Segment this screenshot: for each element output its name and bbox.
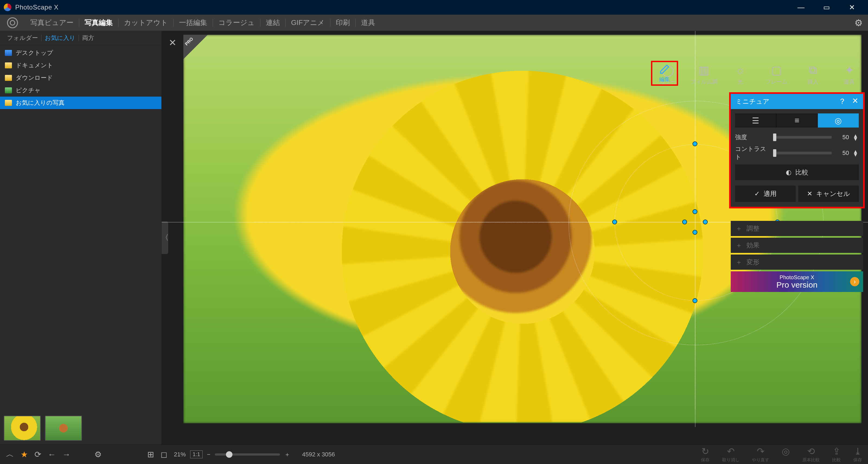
- fr-compare[interactable]: ⇪比較: [832, 446, 841, 463]
- panel-collapse-handle[interactable]: 〈: [162, 221, 168, 254]
- film-icon: ▥: [699, 63, 709, 76]
- main-menu: 写真ビュアー 写真編集 カットアウト 一括編集 コラージュ 連結 GIFアニメ …: [0, 14, 868, 31]
- settings-icon[interactable]: ⚙: [94, 450, 102, 459]
- rt-insert[interactable]: ⧉挿入: [799, 63, 827, 86]
- fr-redo[interactable]: ↷やり直す: [752, 446, 769, 463]
- tree-label: ピクチャ: [16, 86, 41, 94]
- left-panel: フォルダー お気に入り 両方 デスクトップ ドキュメント ダウンロード ピクチャ…: [0, 31, 162, 444]
- tree-node[interactable]: ドキュメント: [0, 59, 161, 72]
- square-icon[interactable]: ◻: [161, 450, 167, 459]
- tab-gif[interactable]: GIFアニメ: [286, 18, 330, 27]
- close-panel-icon[interactable]: ✕: [852, 96, 858, 106]
- help-icon[interactable]: ？: [838, 96, 846, 106]
- tools-icon: ✦: [845, 63, 854, 76]
- footer-right: ↻保存 ↶取り消し ↷やり直す ◎ ⟲原本比較 ⇪比較 ⤓保存: [701, 446, 862, 463]
- tree-node[interactable]: デスクトップ: [0, 47, 161, 59]
- seg-linear[interactable]: ☰: [735, 114, 776, 127]
- right-toolbar: 編集 ◯カラー ▥フィルム調 ☼光 ▢フレーム ⧉挿入 ✦道具: [650, 63, 864, 86]
- thumbnail[interactable]: [4, 416, 41, 441]
- window-minimize-button[interactable]: —: [796, 3, 806, 12]
- tab-batch[interactable]: 一括編集: [174, 18, 213, 27]
- tab-print[interactable]: 印刷: [330, 18, 355, 27]
- accordion-transform[interactable]: ＋変形: [731, 254, 863, 270]
- folder-icon: [5, 87, 12, 93]
- rt-tools[interactable]: ✦道具: [835, 63, 864, 86]
- accordion-adjust[interactable]: ＋調整: [731, 221, 863, 236]
- strength-value: 50: [835, 134, 849, 141]
- window-maximize-button[interactable]: ▭: [822, 3, 831, 12]
- fr-compare-original[interactable]: ⟲原本比較: [802, 446, 820, 463]
- fr-save[interactable]: ↻保存: [701, 446, 710, 463]
- window-controls: — ▭ ✕: [796, 3, 865, 12]
- contrast-stepper[interactable]: ▲▼: [852, 150, 859, 156]
- tree-node[interactable]: ダウンロード: [0, 72, 161, 84]
- seg-radial[interactable]: ◎: [818, 114, 859, 127]
- app-title: PhotoScape X: [15, 3, 58, 11]
- refresh-icon[interactable]: ⟳: [34, 450, 41, 459]
- tree-label: デスクトップ: [16, 49, 53, 57]
- one-to-one-button[interactable]: 1:1: [190, 451, 203, 458]
- star-icon[interactable]: ★: [21, 450, 28, 459]
- zoom-in-icon[interactable]: ＋: [284, 451, 290, 459]
- rt-light[interactable]: ☼光: [726, 63, 755, 86]
- strength-slider[interactable]: [774, 136, 832, 138]
- seg-strip[interactable]: ≡: [776, 114, 817, 127]
- tree-label: ドキュメント: [16, 61, 53, 69]
- tab-collage[interactable]: コラージュ: [213, 18, 260, 27]
- plus-icon: ＋: [736, 241, 742, 250]
- strength-label: 強度: [735, 133, 770, 142]
- download-icon: ⤓: [854, 446, 862, 457]
- tab-cutout[interactable]: カットアウト: [119, 18, 173, 27]
- fr-undo[interactable]: ↶取り消し: [722, 446, 739, 463]
- compare-original-icon: ⟲: [807, 446, 815, 457]
- cancel-button[interactable]: ✕キャンセル: [798, 186, 859, 202]
- tab-viewer[interactable]: 写真ビュアー: [25, 18, 79, 27]
- settings-gear-icon[interactable]: ⚙: [855, 18, 863, 28]
- home-icon[interactable]: [7, 18, 18, 28]
- tab-tools[interactable]: 道具: [355, 18, 380, 27]
- back-icon[interactable]: ←: [48, 450, 56, 459]
- app-logo-icon: [4, 3, 11, 11]
- edit-icon[interactable]: [659, 64, 670, 74]
- main-tabs: 写真ビュアー 写真編集 カットアウト 一括編集 コラージュ 連結 GIFアニメ …: [25, 18, 380, 27]
- tree-node-selected[interactable]: お気に入りの写真: [0, 97, 161, 109]
- chevron-up-icon[interactable]: ︿: [6, 449, 14, 460]
- compare-button[interactable]: ◐ 比較: [735, 164, 859, 180]
- body-area: フォルダー お気に入り 両方 デスクトップ ドキュメント ダウンロード ピクチャ…: [0, 31, 868, 444]
- panel-header: ミニチュア ？ ✕: [731, 94, 863, 109]
- rt-film[interactable]: ▥フィルム調: [689, 63, 718, 86]
- close-icon: ✕: [807, 190, 812, 197]
- left-tab-favorites[interactable]: お気に入り: [41, 34, 79, 42]
- folder-icon: [5, 75, 12, 81]
- redo-icon: ↷: [757, 446, 764, 457]
- contrast-slider[interactable]: [774, 152, 832, 154]
- thumbnail[interactable]: [45, 416, 82, 441]
- forward-icon[interactable]: →: [62, 450, 70, 459]
- close-image-icon[interactable]: ✕: [169, 37, 176, 48]
- pro-banner[interactable]: PhotoScape X Pro version ›: [731, 271, 863, 292]
- thumbnail-strip: [0, 412, 161, 444]
- zoom-slider[interactable]: [215, 454, 280, 456]
- left-tab-both[interactable]: 両方: [79, 34, 97, 42]
- image-dimensions: 4592 x 3056: [302, 451, 335, 458]
- strength-stepper[interactable]: ▲▼: [852, 134, 859, 141]
- left-tab-folder[interactable]: フォルダー: [4, 34, 41, 42]
- compare-icon: ◐: [786, 168, 792, 176]
- check-icon: ✓: [754, 190, 760, 197]
- fr-export[interactable]: ⤓保存: [854, 446, 862, 463]
- accordion-group: ＋調整 ＋効果 ＋変形: [731, 221, 863, 270]
- zoom-controls: 21% 1:1 − ＋: [174, 451, 290, 459]
- zoom-out-icon[interactable]: −: [207, 451, 211, 458]
- rt-frame[interactable]: ▢フレーム: [762, 63, 791, 86]
- apply-button[interactable]: ✓適用: [735, 186, 796, 202]
- grid-icon[interactable]: ⊞: [147, 450, 154, 459]
- contrast-row: コントラスト 50 ▲▼: [735, 147, 859, 159]
- tab-combine[interactable]: 連結: [260, 18, 285, 27]
- canvas-area: ✕ 〈 〉 ⓘ 2011.8.15-1 107.JPG 〈 PRO: [162, 31, 868, 444]
- tab-editor[interactable]: 写真編集: [79, 18, 118, 27]
- fr-record[interactable]: ◎: [782, 446, 790, 457]
- tree-node[interactable]: ピクチャ: [0, 84, 161, 97]
- accordion-effect[interactable]: ＋効果: [731, 238, 863, 253]
- window-close-button[interactable]: ✕: [847, 3, 857, 12]
- go-icon: ›: [850, 277, 859, 286]
